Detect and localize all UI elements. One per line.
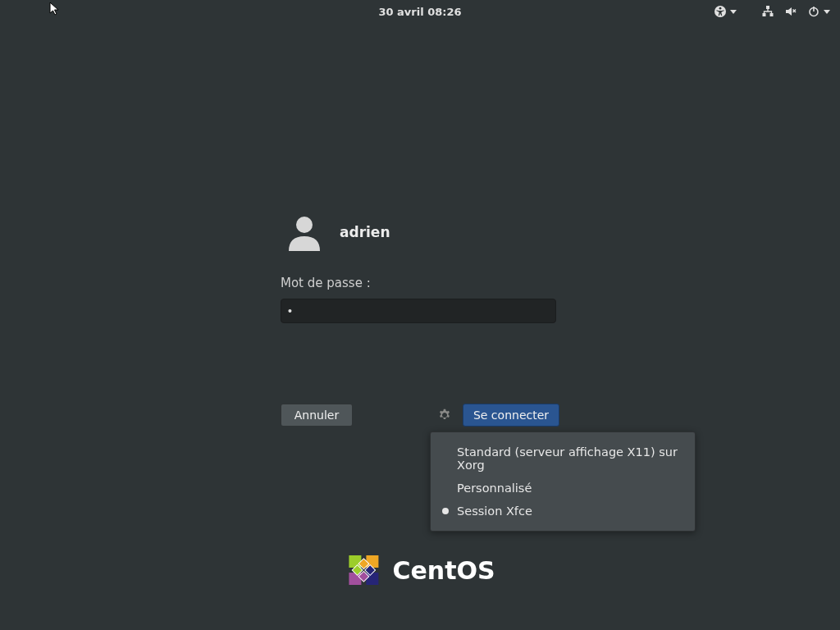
- radio-icon: [442, 485, 449, 491]
- session-option-xfce[interactable]: Session Xfce: [431, 500, 695, 523]
- chevron-down-icon: [730, 10, 737, 14]
- username-label: adrien: [340, 224, 390, 240]
- mouse-cursor-icon: [49, 2, 61, 16]
- distro-logo: CentOS: [345, 551, 495, 589]
- volume-menu[interactable]: [781, 5, 801, 18]
- power-icon: [807, 5, 820, 18]
- session-option-label: Session Xfce: [457, 504, 683, 518]
- svg-rect-11: [366, 573, 378, 585]
- chevron-down-icon: [824, 10, 830, 14]
- distro-name: CentOS: [392, 556, 495, 585]
- cancel-button[interactable]: Annuler: [281, 404, 353, 427]
- centos-logo-icon: [345, 551, 382, 589]
- svg-rect-9: [366, 555, 378, 568]
- top-bar: 30 avril 08:26: [0, 0, 840, 23]
- gear-icon: [438, 409, 451, 422]
- network-menu[interactable]: [758, 5, 778, 18]
- clock[interactable]: 30 avril 08:26: [378, 6, 461, 18]
- volume-muted-icon: [784, 5, 797, 18]
- svg-rect-10: [349, 573, 361, 585]
- svg-rect-2: [766, 6, 769, 9]
- accessibility-icon: [714, 5, 727, 18]
- session-options-button[interactable]: [436, 407, 453, 423]
- signin-button[interactable]: Se connecter: [463, 404, 559, 427]
- password-input[interactable]: [281, 299, 556, 323]
- password-label: Mot de passe :: [281, 276, 559, 290]
- action-row: Annuler Se connecter: [281, 404, 559, 427]
- svg-rect-8: [349, 555, 361, 568]
- accessibility-menu[interactable]: [710, 5, 740, 18]
- session-option-label: Standard (serveur affichage X11) sur Xor…: [457, 445, 683, 472]
- svg-rect-4: [770, 13, 774, 16]
- power-menu[interactable]: [804, 5, 833, 18]
- radio-icon: [442, 508, 449, 514]
- network-icon: [761, 5, 774, 18]
- svg-rect-3: [763, 13, 766, 16]
- svg-point-1: [719, 7, 722, 10]
- user-row: adrien: [285, 213, 559, 251]
- svg-point-7: [296, 217, 313, 233]
- login-panel: adrien Mot de passe :: [281, 213, 559, 323]
- session-popover: Standard (serveur affichage X11) sur Xor…: [430, 431, 696, 532]
- svg-rect-6: [813, 7, 815, 11]
- session-option-standard[interactable]: Standard (serveur affichage X11) sur Xor…: [431, 441, 695, 477]
- session-option-custom[interactable]: Personnalisé: [431, 477, 695, 500]
- avatar-icon: [285, 213, 323, 251]
- session-option-label: Personnalisé: [457, 482, 683, 495]
- radio-icon: [442, 455, 449, 462]
